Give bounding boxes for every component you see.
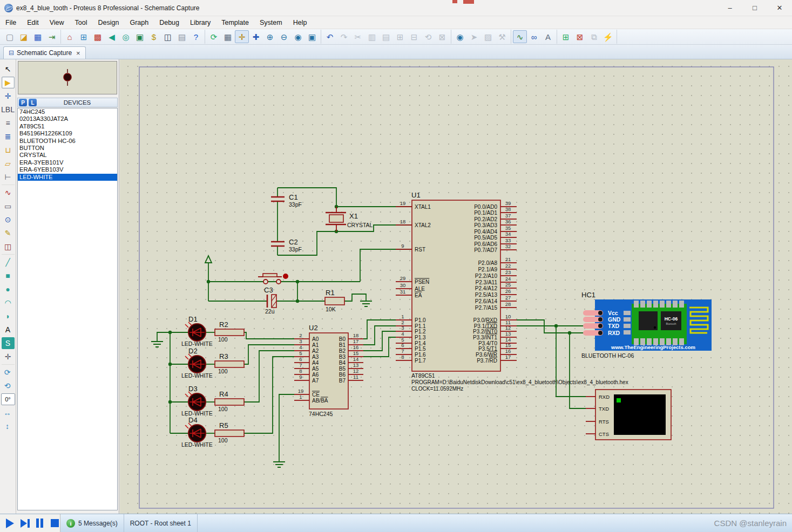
property-assignment-button[interactable]: A	[541, 30, 555, 43]
menu-item[interactable]: File	[0, 18, 22, 28]
2d-symbol-mode-button[interactable]: S	[2, 337, 15, 349]
zoom-area-button[interactable]: ▣	[305, 30, 319, 43]
junction-dot-mode-button[interactable]: ✛	[2, 90, 15, 102]
zoom-to-component-button[interactable]: ◉	[453, 30, 467, 43]
terminals-mode-button[interactable]: ▱	[2, 158, 15, 169]
message-segment[interactable]: i 5 Message(s)	[60, 514, 124, 532]
capacitor-c2[interactable]: C2 33pF	[271, 238, 302, 253]
rotate-anticlockwise-button[interactable]: ⟲	[1, 380, 14, 392]
pick-devices-button[interactable]: P	[19, 99, 27, 106]
push-button[interactable]	[258, 274, 288, 284]
undo-button[interactable]: ↶	[323, 30, 337, 43]
menu-item[interactable]: Debug	[154, 18, 185, 28]
home-page-button[interactable]: ⌂	[63, 30, 77, 43]
led-resistor-row[interactable]: D2 LED-WHITE R3 100	[170, 347, 244, 379]
capacitor-c1[interactable]: C1 33pF	[271, 193, 302, 208]
tab-close-icon[interactable]: ×	[76, 49, 80, 57]
maximize-button[interactable]: □	[742, 0, 767, 16]
crystal-x1[interactable]: X1 CRYSTAL	[326, 207, 373, 231]
library-manager-button[interactable]: L	[29, 99, 37, 106]
import-section-button[interactable]: ⇥	[45, 30, 59, 43]
block-rotate-button[interactable]: ⟲	[421, 30, 435, 43]
remove-sheet-button[interactable]: ⊠	[573, 30, 587, 43]
device-list-item[interactable]: B45196H1226K109	[18, 130, 117, 137]
power-terminal[interactable]	[205, 256, 212, 263]
play-button[interactable]	[5, 518, 15, 529]
zoom-extents-button[interactable]: ◉	[291, 30, 305, 43]
menu-item[interactable]: Template	[216, 18, 254, 28]
menu-item[interactable]: Help	[288, 18, 313, 28]
3d-visualizer-button[interactable]: ◀	[105, 30, 119, 43]
menu-item[interactable]: Design	[93, 18, 125, 28]
tape-recorder-mode-button[interactable]: ▭	[2, 200, 15, 212]
minimize-button[interactable]: –	[717, 0, 742, 16]
wire-autorouter-button[interactable]: ∿	[513, 30, 527, 43]
simulation-button[interactable]: ◫	[161, 30, 175, 43]
device-list-item[interactable]: BLUETOOTH HC-06	[18, 138, 117, 145]
new-sheet-button[interactable]: ⊞	[559, 30, 573, 43]
save-design-button[interactable]: ▦	[31, 30, 45, 43]
help-button[interactable]: ?	[189, 30, 203, 43]
device-list-item[interactable]: LED-WHITE	[18, 174, 117, 181]
step-button[interactable]	[20, 518, 30, 529]
2d-line-mode-button[interactable]: ╱	[2, 256, 15, 268]
paste-button[interactable]: ▤	[379, 30, 393, 43]
buffer-u2[interactable]: U2 74HC245 2 A0 3 A1	[294, 324, 363, 417]
schematic-canvas[interactable]: C1 33pF C2 33pF X1 CRYSTAL	[120, 59, 792, 514]
2d-text-mode-button[interactable]: A	[2, 324, 15, 336]
pause-button[interactable]	[35, 518, 45, 529]
device-list-item[interactable]: BUTTON	[18, 145, 117, 152]
device-list-item[interactable]: 02013A330JAT2A	[18, 115, 117, 122]
design-notes-button[interactable]: ▤	[175, 30, 189, 43]
block-move-button[interactable]: ⊟	[407, 30, 421, 43]
device-list-item[interactable]: AT89C51	[18, 123, 117, 130]
led-resistor-row[interactable]: D3 LED-WHITE R4 100	[170, 385, 244, 417]
copy-button[interactable]: ▥	[365, 30, 379, 43]
2d-box-mode-button[interactable]: ■	[2, 270, 15, 282]
2d-path-mode-button[interactable]: ◗	[2, 310, 15, 322]
search-and-tag-button[interactable]: ∞	[527, 30, 541, 43]
new-design-button[interactable]: ▢	[3, 30, 17, 43]
tab-schematic-capture[interactable]: ⊟ Schematic Capture ×	[3, 46, 86, 59]
bluetooth-module-hc1[interactable]: HC1 HC-06 B	[581, 291, 712, 359]
menu-item[interactable]: Edit	[22, 18, 44, 28]
toggle-grid-button[interactable]: ▦	[221, 30, 235, 43]
2d-marker-mode-button[interactable]: ✛	[2, 351, 15, 363]
design-explorer-button[interactable]: ▣	[133, 30, 147, 43]
menu-item[interactable]: Graph	[124, 18, 154, 28]
close-button[interactable]: ✕	[767, 0, 792, 16]
redo-button[interactable]: ↷	[337, 30, 351, 43]
open-design-button[interactable]: ◪	[17, 30, 31, 43]
text-script-mode-button[interactable]: ≡	[2, 117, 15, 129]
gerber-viewer-button[interactable]: ◎	[119, 30, 133, 43]
zoom-in-button[interactable]: ⊕	[263, 30, 277, 43]
redraw-button[interactable]: ⟳	[207, 30, 221, 43]
led-resistor-row[interactable]: D1 LED-WHITE R2 100	[170, 315, 244, 347]
schematic-capture-button[interactable]: ⊞	[77, 30, 91, 43]
menu-item[interactable]: System	[254, 18, 288, 28]
toggle-origin-button[interactable]: ✛	[235, 30, 249, 43]
device-list-item[interactable]: ERA-3YEB101V	[18, 159, 117, 166]
generator-mode-button[interactable]: ⊙	[2, 214, 15, 226]
wire-label-mode-button[interactable]: LBL	[2, 104, 15, 115]
virtual-terminal[interactable]: RXD TXD RTS CTS	[586, 390, 671, 440]
2d-arc-mode-button[interactable]: ◠	[2, 297, 15, 309]
stop-button[interactable]	[50, 518, 60, 529]
gate-swap-button[interactable]: ➤	[467, 30, 481, 43]
design-tidy-button[interactable]: ▨	[481, 30, 495, 43]
block-copy-button[interactable]: ⊞	[393, 30, 407, 43]
rotation-angle-field[interactable]: 0°	[1, 393, 15, 405]
cleanup-button[interactable]: ⚒	[495, 30, 509, 43]
virtual-instruments-mode-button[interactable]: ◫	[2, 241, 15, 253]
device-pins-mode-button[interactable]: ⊢	[2, 171, 15, 183]
device-list-item[interactable]: 74HC245	[18, 108, 117, 115]
selection-mode-button[interactable]: ↖	[2, 63, 15, 75]
subcircuit-mode-button[interactable]: ⊔	[2, 144, 15, 156]
bill-of-materials-button[interactable]: $	[147, 30, 161, 43]
mirror-horizontal-button[interactable]: ↔	[1, 407, 14, 419]
mirror-vertical-button[interactable]: ↕	[1, 420, 14, 432]
cut-button[interactable]: ✂	[351, 30, 365, 43]
capacitor-c3[interactable]: C3 22u	[264, 286, 276, 315]
pcb-layout-button[interactable]: ▩	[91, 30, 105, 43]
block-delete-button[interactable]: ⊠	[435, 30, 449, 43]
